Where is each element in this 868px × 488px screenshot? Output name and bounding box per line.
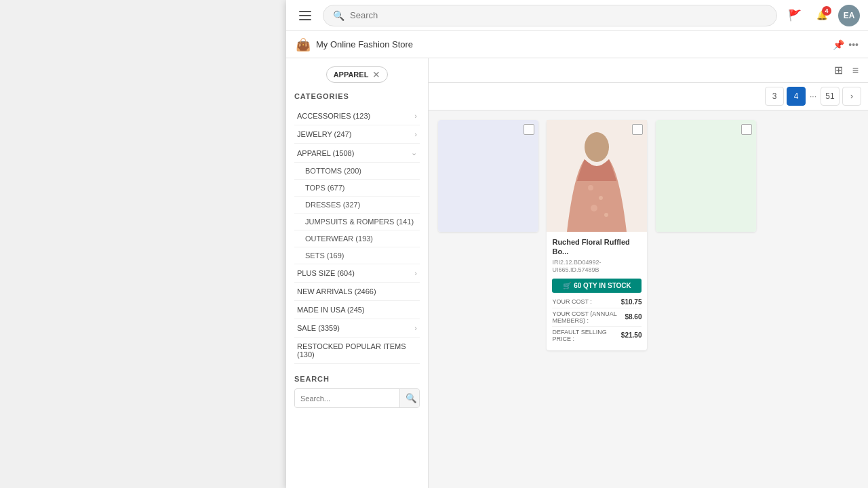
product-card-bottom [656,120,756,232]
pin-icon[interactable]: 📌 [833,39,844,50]
default-price-label: DEFAULT SELLING PRICE : [552,329,620,342]
more-options-icon[interactable]: ••• [848,39,859,50]
category-item-sale[interactable]: SALE (3359) › [294,319,420,338]
product-select-checkbox[interactable] [632,124,643,135]
menu-button[interactable] [294,5,316,26]
subcategory-label: DRESSES (327) [305,201,360,209]
default-price-value: $21.50 [621,331,642,339]
category-label: JEWELRY (247) [297,130,351,138]
notification-badge: 4 [822,6,831,16]
subcategory-label: SETS (169) [305,251,344,260]
sidebar: APPAREL ✕ CATEGORIES ACCESSORIES (123) ›… [286,58,429,488]
category-item-jewelry[interactable]: JEWELRY (247) › [294,125,420,144]
grid-view-button[interactable]: ⊞ [831,62,846,78]
categories-title: CATEGORIES [294,92,420,100]
svg-point-2 [588,185,593,190]
category-item-plus-size[interactable]: PLUS SIZE (604) › [294,264,420,283]
svg-point-1 [585,132,609,162]
category-item-apparel[interactable]: APPAREL (1508) ⌄ [294,144,420,163]
filter-tag-remove-button[interactable]: ✕ [372,70,380,79]
page-51-button[interactable]: 51 [821,87,840,106]
annual-cost-row: YOUR COST (ANNUAL MEMBERS) : $8.60 [552,310,642,324]
svg-point-3 [599,196,603,200]
chevron-down-icon: ⌄ [411,148,417,157]
active-filter-area: APPAREL ✕ [294,66,420,83]
chevron-right-icon: › [414,130,417,138]
sidebar-search-button[interactable]: 🔍 [399,389,420,407]
product-checkbox[interactable] [524,124,534,135]
product-info: Ruched Floral Ruffled Bo... IRI2.12.BD04… [547,232,647,350]
category-item-accessories[interactable]: ACCESSORIES (123) › [294,107,420,125]
category-label: ACCESSORIES (123) [297,112,370,120]
avatar-button[interactable]: EA [838,5,860,26]
subcategory-item-outerwear[interactable]: OUTERWEAR (193) [294,230,420,247]
search-input[interactable] [350,10,767,20]
store-bar: 👜 My Online Fashion Store 📌 ••• [286,31,868,58]
product-sku: IRI2.12.BD04992-UI665.ID.57489B [552,259,642,274]
main-content: APPAREL ✕ CATEGORIES ACCESSORIES (123) ›… [286,58,868,488]
product-toolbar: ⊞ ≡ [429,58,868,83]
top-navigation: 🔍 🚩 🔔 4 EA [286,0,868,31]
page-next-button[interactable]: › [842,87,861,106]
category-label: PLUS SIZE (604) [297,269,355,277]
subcategory-label: OUTERWEAR (193) [305,235,373,243]
featured-product-image [547,120,647,232]
default-price-row: DEFAULT SELLING PRICE : $21.50 [552,329,642,342]
products-area: Ruched Floral Ruffled Bo... IRI2.12.BD04… [429,110,868,360]
category-label: RESTOCKED POPULAR ITEMS (130) [297,342,417,359]
chevron-right-icon: › [414,269,417,277]
sidebar-search-section: SEARCH 🔍 [294,375,420,408]
search-bar: 🔍 [323,5,777,26]
category-item-new-arrivals[interactable]: NEW ARRIVALS (2466) [294,283,420,301]
cost-row: YOUR COST : $10.75 [552,298,642,306]
store-name: My Online Fashion Store [316,39,827,49]
category-label: APPAREL (1508) [297,149,354,157]
annual-cost-value: $8.60 [625,313,642,321]
featured-product-card: Ruched Floral Ruffled Bo... IRI2.12.BD04… [547,120,647,350]
flag-icon: 🚩 [788,9,802,22]
product-image [438,120,538,232]
nav-icons: 🚩 🔔 4 EA [784,5,860,26]
flag-button[interactable]: 🚩 [784,5,806,26]
subcategory-item-jumpsuits[interactable]: JUMPSUITS & ROMPERS (141) [294,214,420,230]
list-view-button[interactable]: ≡ [850,63,861,78]
category-item-made-in-usa[interactable]: MADE IN USA (245) [294,301,420,319]
category-label: MADE IN USA (245) [297,306,365,314]
category-item-restocked[interactable]: RESTOCKED POPULAR ITEMS (130) [294,338,420,364]
filter-tag-label: APPAREL [334,70,369,79]
pagination-bar: 3 4 ··· 51 › [429,83,868,110]
subcategory-item-dresses[interactable]: DRESSES (327) [294,197,420,214]
search-section-title: SEARCH [294,375,420,383]
page-dots: ··· [808,92,818,101]
cost-value: $10.75 [621,298,642,306]
subcategory-item-tops[interactable]: TOPS (677) [294,180,420,197]
search-icon: 🔍 [333,10,344,21]
product-image [656,120,756,232]
stock-button[interactable]: 🛒 60 QTY IN STOCK [552,279,642,293]
cart-icon: 🛒 [563,282,571,289]
product-card [438,120,538,232]
store-logo-icon: 👜 [296,37,311,52]
subcategory-item-bottoms[interactable]: BOTTOMS (200) [294,163,420,180]
subcategory-item-sets[interactable]: SETS (169) [294,247,420,264]
annual-cost-label: YOUR COST (ANNUAL MEMBERS) : [552,310,625,324]
category-label: NEW ARRIVALS (2466) [297,287,376,296]
sidebar-search-bar: 🔍 [294,388,420,408]
sidebar-search-input[interactable] [295,390,399,407]
category-label: SALE (3359) [297,324,340,332]
store-actions: 📌 ••• [833,39,859,50]
chevron-right-icon: › [414,324,417,332]
right-content: ⊞ ≡ 3 4 ··· 51 › [429,58,868,488]
svg-point-5 [604,213,608,217]
cost-label: YOUR COST : [552,298,591,305]
page-3-button[interactable]: 3 [765,87,784,106]
subcategory-label: BOTTOMS (200) [305,167,361,175]
subcategory-label: JUMPSUITS & ROMPERS (141) [305,218,414,226]
product-name: Ruched Floral Ruffled Bo... [552,237,642,257]
subcategory-label: TOPS (677) [305,184,345,192]
chevron-right-icon: › [414,112,417,120]
product-checkbox[interactable] [741,124,752,135]
page-4-button[interactable]: 4 [787,87,806,106]
filter-tag: APPAREL ✕ [326,66,389,83]
notification-button[interactable]: 🔔 4 [811,5,833,26]
